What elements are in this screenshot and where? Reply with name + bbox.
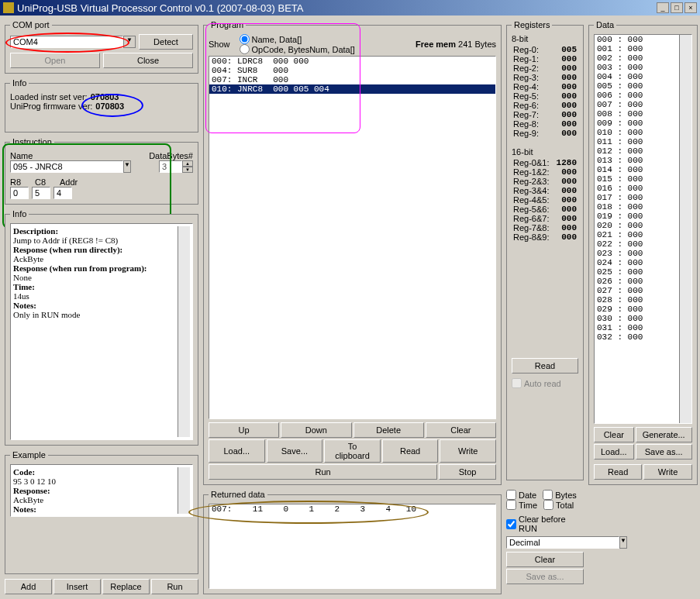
stop-button[interactable]: Stop bbox=[439, 464, 496, 480]
r8-input[interactable] bbox=[10, 187, 29, 199]
data-row[interactable]: 005 : 000 bbox=[595, 81, 679, 91]
insert-button[interactable]: Insert bbox=[53, 579, 101, 594]
data-row[interactable]: 017 : 000 bbox=[595, 193, 679, 202]
program-listbox[interactable]: 000: LDRC8 000 000004: SUR8 000007: INCR… bbox=[209, 56, 496, 419]
bytes-checkbox[interactable] bbox=[543, 490, 553, 500]
write-button[interactable]: Write bbox=[440, 439, 496, 463]
maximize-button[interactable]: □ bbox=[671, 2, 683, 13]
data-row[interactable]: 000 : 000 bbox=[595, 35, 679, 44]
addr-input[interactable] bbox=[53, 187, 72, 199]
scrollbar[interactable] bbox=[679, 35, 691, 423]
reg-row: Reg-8&9:000 bbox=[512, 232, 578, 242]
fw-ver: 070803 bbox=[95, 102, 124, 111]
clear-button[interactable]: Clear bbox=[426, 422, 496, 438]
show-opcode-radio[interactable] bbox=[240, 44, 250, 54]
instinfo-text[interactable]: Description: Jump to Addr if (REG8 != C8… bbox=[10, 223, 193, 440]
c8-input[interactable] bbox=[32, 187, 50, 199]
reg-row: Reg-7:000 bbox=[512, 110, 578, 119]
data-row[interactable]: 014 : 000 bbox=[595, 165, 679, 174]
data-row[interactable]: 010 : 000 bbox=[595, 128, 679, 137]
close-button[interactable]: × bbox=[684, 2, 697, 13]
saveas-returned-button[interactable]: Save as... bbox=[506, 569, 584, 584]
data-row[interactable]: 011 : 000 bbox=[595, 137, 679, 146]
autoread-checkbox[interactable] bbox=[512, 378, 522, 388]
data-load-button[interactable]: Load... bbox=[594, 444, 634, 460]
data-row[interactable]: 003 : 000 bbox=[595, 63, 679, 72]
data-row[interactable]: 009 : 000 bbox=[595, 119, 679, 128]
data-row[interactable]: 026 : 000 bbox=[595, 277, 679, 286]
data-row[interactable]: 021 : 000 bbox=[595, 230, 679, 239]
open-button[interactable]: Open bbox=[10, 53, 100, 68]
dropdown-icon[interactable]: ▼ bbox=[123, 36, 136, 48]
data-row[interactable]: 028 : 000 bbox=[595, 295, 679, 305]
clear-returned-button[interactable]: Clear bbox=[506, 552, 584, 567]
data-clear-button[interactable]: Clear bbox=[594, 427, 634, 442]
data-row[interactable]: 012 : 000 bbox=[595, 146, 679, 156]
data-group: Data 000 : 000001 : 000002 : 000003 : 00… bbox=[588, 20, 698, 485]
save-button[interactable]: Save... bbox=[267, 439, 323, 463]
data-row[interactable]: 018 : 000 bbox=[595, 202, 679, 212]
program-line[interactable]: 000: LDRC8 000 000 bbox=[209, 57, 495, 66]
data-row[interactable]: 016 : 000 bbox=[595, 184, 679, 193]
program-line[interactable]: 007: INCR 000 bbox=[209, 75, 495, 84]
eight-bit-label: 8-bit bbox=[512, 34, 578, 43]
data-row[interactable]: 004 : 000 bbox=[595, 72, 679, 81]
data-listbox[interactable]: 000 : 000001 : 000002 : 000003 : 000004 … bbox=[594, 34, 692, 424]
data-row[interactable]: 013 : 000 bbox=[595, 156, 679, 165]
data-read-button[interactable]: Read bbox=[594, 464, 642, 480]
program-line[interactable]: 010: JNRC8 000 005 004 bbox=[209, 84, 495, 94]
date-checkbox[interactable] bbox=[506, 490, 516, 500]
scrollbar[interactable] bbox=[178, 467, 190, 514]
run-button[interactable]: Run bbox=[151, 579, 198, 594]
load-button[interactable]: Load... bbox=[209, 439, 265, 463]
add-button[interactable]: Add bbox=[5, 579, 52, 594]
scrollbar[interactable] bbox=[178, 226, 190, 437]
reg-row: Reg-7&8:000 bbox=[512, 223, 578, 232]
delete-button[interactable]: Delete bbox=[353, 422, 424, 438]
data-saveas-button[interactable]: Save as... bbox=[636, 444, 692, 460]
example-text[interactable]: Code: 95 3 0 12 10 Response: AckByte Not… bbox=[10, 464, 193, 517]
databytes-spinner[interactable]: ▲▼ bbox=[159, 160, 193, 173]
data-row[interactable]: 030 : 000 bbox=[595, 314, 679, 323]
data-row[interactable]: 007 : 000 bbox=[595, 100, 679, 109]
minimize-button[interactable]: _ bbox=[657, 2, 669, 13]
data-write-button[interactable]: Write bbox=[643, 464, 691, 480]
data-row[interactable]: 008 : 000 bbox=[595, 109, 679, 119]
up-button[interactable]: Up bbox=[209, 422, 279, 438]
data-row[interactable]: 006 : 000 bbox=[595, 91, 679, 100]
data-row[interactable]: 032 : 000 bbox=[595, 332, 679, 342]
detect-button[interactable]: Detect bbox=[139, 34, 193, 50]
data-row[interactable]: 001 : 000 bbox=[595, 44, 679, 53]
format-select[interactable]: ▼ bbox=[506, 536, 584, 549]
down-button[interactable]: Down bbox=[281, 422, 351, 438]
replace-button[interactable]: Replace bbox=[102, 579, 150, 594]
program-line[interactable]: 004: SUR8 000 bbox=[209, 66, 495, 75]
total-checkbox[interactable] bbox=[543, 500, 553, 510]
data-row[interactable]: 015 : 000 bbox=[595, 174, 679, 184]
time-checkbox[interactable] bbox=[506, 500, 516, 510]
read-button[interactable]: Read bbox=[382, 439, 439, 463]
reg-row: Reg-0&1:1280 bbox=[512, 158, 578, 167]
instruction-select[interactable]: ▼ bbox=[10, 160, 119, 173]
data-generate-button[interactable]: Generate... bbox=[636, 427, 692, 442]
data-row[interactable]: 022 : 000 bbox=[595, 239, 679, 249]
data-row[interactable]: 027 : 000 bbox=[595, 286, 679, 295]
returned-data-group: Returned data 007: 11 0 1 2 3 4 10 bbox=[203, 490, 502, 594]
show-name-radio[interactable] bbox=[240, 34, 250, 44]
run-program-button[interactable]: Run bbox=[209, 464, 437, 480]
clearbefore-checkbox[interactable] bbox=[506, 519, 516, 529]
close-button[interactable]: Close bbox=[103, 53, 193, 68]
data-row[interactable]: 020 : 000 bbox=[595, 221, 679, 230]
data-row[interactable]: 002 : 000 bbox=[595, 53, 679, 63]
clipboard-button[interactable]: To clipboard bbox=[324, 439, 381, 463]
com-port-select[interactable]: ▼ bbox=[10, 36, 136, 48]
returned-listbox[interactable]: 007: 11 0 1 2 3 4 10 bbox=[209, 504, 496, 589]
data-row[interactable]: 031 : 000 bbox=[595, 323, 679, 332]
data-row[interactable]: 024 : 000 bbox=[595, 258, 679, 267]
data-row[interactable]: 023 : 000 bbox=[595, 249, 679, 258]
data-row[interactable]: 019 : 000 bbox=[595, 212, 679, 221]
dropdown-icon[interactable]: ▼ bbox=[123, 160, 131, 173]
read-regs-button[interactable]: Read bbox=[512, 358, 578, 374]
data-row[interactable]: 029 : 000 bbox=[595, 305, 679, 314]
data-row[interactable]: 025 : 000 bbox=[595, 267, 679, 277]
